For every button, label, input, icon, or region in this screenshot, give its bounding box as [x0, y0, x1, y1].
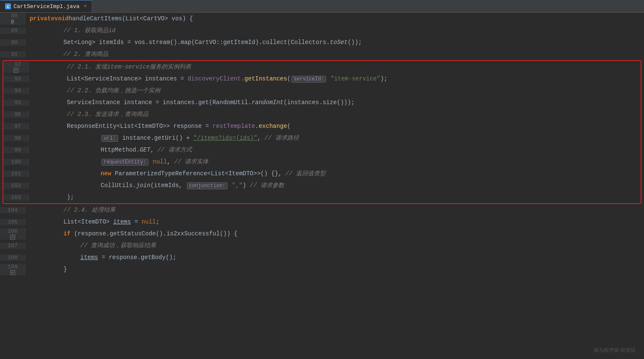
gutter-minus-106: −	[8, 235, 17, 240]
line-wrapper-95: 95 ServiceInstance instance = instances.…	[3, 97, 641, 108]
line-num-97: 97	[8, 123, 25, 130]
code-97: ResponseEntity<List<ItemDTO>> response =…	[29, 120, 290, 132]
line-wrapper-105: 105 List<ItemDTO> items = null;	[0, 216, 644, 228]
line-num-101: 101	[8, 171, 25, 177]
line-num-92: 92	[8, 61, 25, 68]
line-wrapper-100: 100 requestEntity: null, // 请求实体	[3, 156, 641, 168]
code-93: List<ServiceInstance> instances = discov…	[29, 73, 387, 85]
line-wrapper-106: 106 − if (response.getStatusCode().is2xx…	[0, 228, 644, 240]
code-99: HttpMethod.GET, // 请求方式	[29, 144, 192, 156]
code-107: // 查询成功，获取响应结果	[25, 240, 156, 251]
file-type-icon: c	[5, 3, 11, 9]
line-num-88: 88	[4, 13, 21, 19]
line-num-96: 96	[8, 111, 25, 118]
active-tab[interactable]: c CartServiceImpl.java ×	[0, 0, 92, 12]
line-wrapper-97: 97 ResponseEntity<List<ItemDTO>> respons…	[3, 120, 641, 132]
line-wrapper-89: 89 // 1. 获取商品id	[0, 25, 644, 36]
line-wrapper-102: 102 CollUtils.join(itemIds, conjunction:…	[3, 180, 641, 191]
line-num-91: 91	[4, 51, 21, 58]
line-num-106: 106	[4, 228, 21, 235]
line-num-94: 94	[8, 88, 25, 94]
line-num-104: 104	[4, 207, 21, 213]
code-104: // 2.4. 处理结果	[25, 204, 115, 216]
line-num-95: 95	[8, 99, 25, 106]
tab-close-button[interactable]: ×	[84, 3, 87, 9]
code-103: );	[29, 191, 74, 203]
editor-lines: 88 @ private void handleCartItems(List<C…	[0, 13, 644, 359]
editor-content: 88 @ private void handleCartItems(List<C…	[0, 13, 644, 359]
line-wrapper-107: 107 // 查询成功，获取响应结果	[0, 240, 644, 251]
editor-window: c CartServiceImpl.java × 88 @ pr	[0, 0, 644, 359]
code-106: if (response.getStatusCode().is2xxSucces…	[25, 228, 238, 240]
code-89: // 1. 获取商品id	[25, 25, 115, 36]
code-101: new ParameterizedTypeReference<List<Item…	[29, 168, 326, 180]
line-num-98: 98	[8, 135, 25, 141]
editor-body: 88 @ private void handleCartItems(List<C…	[0, 13, 644, 359]
tab-filename: CartServiceImpl.java	[14, 3, 79, 10]
line-wrapper-96: 96 // 2.3. 发送请求，查询商品	[3, 108, 641, 120]
line-num-99: 99	[8, 147, 25, 153]
code-92: // 2.1. 发现item-service服务的实例列表	[29, 61, 191, 73]
code-100: requestEntity: null, // 请求实体	[29, 156, 208, 168]
code-109: }	[25, 263, 67, 275]
line-wrapper-103: 103 );	[3, 191, 641, 203]
code-95: ServiceInstance instance = instances.get…	[29, 97, 355, 108]
code-102: CollUtils.join(itemIds, conjunction: ","…	[29, 180, 284, 191]
line-num-107: 107	[4, 243, 21, 249]
line-num-93: 93	[8, 76, 25, 82]
gutter-minus-109: −	[8, 270, 17, 275]
line-wrapper-104: 104 // 2.4. 处理结果	[0, 204, 644, 216]
line-wrapper-101: 101 new ParameterizedTypeReference<List<…	[3, 168, 641, 180]
line-num-103: 103	[8, 194, 25, 201]
line-wrapper-88: 88 @ private void handleCartItems(List<C…	[0, 13, 644, 25]
line-num-89: 89	[4, 28, 21, 34]
line-num-90: 90	[4, 39, 21, 46]
line-wrapper-90: 90 Set<Long> itemIds = vos.stream().map(…	[0, 36, 644, 48]
fold-icon-106[interactable]: −	[10, 235, 15, 240]
code-94: // 2.2. 负载均衡，挑选一个实例	[29, 85, 160, 97]
code-90: Set<Long> itemIds = vos.stream().map(Car…	[25, 36, 362, 48]
tab-bar: c CartServiceImpl.java ×	[0, 0, 644, 13]
fold-icon-92[interactable]: −	[14, 68, 19, 73]
line-wrapper-98: 98 url: instance.getUri() + "/items?ids=…	[3, 132, 641, 144]
red-highlight-box: 92 − // 2.1. 发现item-service服务的实例列表 93	[3, 60, 641, 204]
code-91: // 2. 查询商品	[25, 48, 108, 60]
line-wrapper-91: 91 // 2. 查询商品	[0, 48, 644, 60]
line-num-105: 105	[4, 219, 21, 225]
gutter-at-88: @	[8, 19, 17, 25]
line-num-109: 109	[4, 264, 21, 270]
line-num-100: 100	[8, 159, 25, 165]
line-num-102: 102	[8, 182, 25, 189]
line-wrapper-93: 93 List<ServiceInstance> instances = dis…	[3, 73, 641, 85]
code-98: url: instance.getUri() + "/items?ids={id…	[29, 132, 299, 144]
code-96: // 2.3. 发送请求，查询商品	[29, 108, 148, 120]
line-wrapper-109: 109 − }	[0, 263, 644, 275]
line-wrapper-99: 99 HttpMethod.GET, // 请求方式	[3, 144, 641, 156]
fold-icon-109[interactable]: −	[10, 270, 15, 275]
line-wrapper-94: 94 // 2.2. 负载均衡，挑选一个实例	[3, 85, 641, 97]
code-105: List<ItemDTO> items = null;	[25, 216, 159, 228]
line-wrapper-108: 108 items = response.getBody();	[0, 251, 644, 263]
code-88: private void handleCartItems(List<CartVO…	[25, 13, 193, 25]
code-108: items = response.getBody();	[25, 251, 176, 263]
line-wrapper-92: 92 − // 2.1. 发现item-service服务的实例列表	[3, 61, 641, 73]
line-num-108: 108	[4, 254, 21, 261]
gutter-minus-92: −	[12, 68, 20, 73]
